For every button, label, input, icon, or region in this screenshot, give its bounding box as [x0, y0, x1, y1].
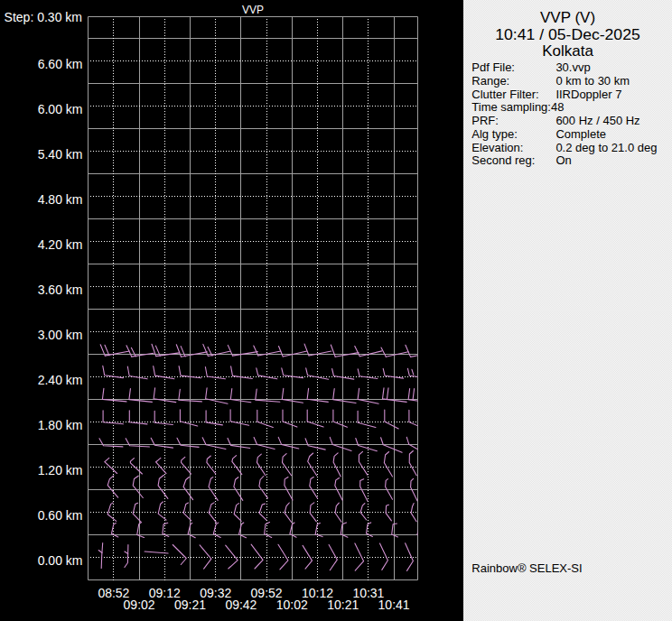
svg-text:30.vvp: 30.vvp [555, 60, 590, 74]
svg-text:Range:: Range: [471, 74, 509, 88]
svg-text:IIRDoppler 7: IIRDoppler 7 [555, 88, 621, 101]
svg-text:Second reg:: Second reg: [471, 153, 535, 167]
svg-text:3.60 km: 3.60 km [38, 283, 83, 297]
svg-text:Complete: Complete [555, 127, 606, 141]
svg-text:Step: 0.30 km: Step: 0.30 km [5, 10, 82, 24]
svg-text:Elevation:: Elevation: [471, 141, 523, 154]
svg-text:0.2 deg to 21.0 deg: 0.2 deg to 21.0 deg [555, 141, 657, 154]
svg-text:10:21: 10:21 [327, 598, 359, 612]
svg-text:Rainbow® SELEX-SI: Rainbow® SELEX-SI [471, 561, 582, 575]
svg-text:VVP (V): VVP (V) [540, 9, 595, 26]
svg-text:4.20 km: 4.20 km [38, 237, 83, 252]
svg-text:6.60 km: 6.60 km [38, 57, 83, 71]
svg-text:1.20 km: 1.20 km [38, 463, 83, 477]
svg-text:Kolkata: Kolkata [542, 42, 593, 60]
svg-text:On: On [555, 153, 571, 167]
svg-text:10:02: 10:02 [276, 598, 308, 612]
svg-text:Pdf File:: Pdf File: [471, 60, 515, 74]
svg-text:4.80 km: 4.80 km [38, 192, 83, 207]
svg-text:09:21: 09:21 [174, 598, 206, 612]
svg-text:5.40 km: 5.40 km [38, 147, 83, 162]
svg-text:Clutter Filter:: Clutter Filter: [471, 88, 538, 101]
svg-text:0.60 km: 0.60 km [38, 508, 83, 523]
svg-text:10:41 / 05-Dec-2025: 10:41 / 05-Dec-2025 [495, 26, 640, 43]
svg-text:09:42: 09:42 [225, 598, 257, 612]
svg-text:0 km to 30 km: 0 km to 30 km [555, 74, 630, 88]
svg-text:2.40 km: 2.40 km [38, 373, 83, 387]
svg-text:PRF:: PRF: [471, 114, 499, 127]
svg-text:0.00 km: 0.00 km [38, 553, 83, 568]
svg-text:1.80 km: 1.80 km [38, 418, 83, 432]
svg-text:10:41: 10:41 [378, 598, 410, 612]
svg-text:VVP: VVP [242, 4, 264, 16]
svg-text:6.00 km: 6.00 km [38, 102, 83, 116]
svg-text:600 Hz / 450 Hz: 600 Hz / 450 Hz [555, 114, 639, 127]
svg-text:3.00 km: 3.00 km [38, 328, 83, 342]
svg-text:09:02: 09:02 [124, 598, 155, 612]
svg-text:Time sampling:48: Time sampling:48 [471, 100, 564, 114]
svg-text:Alg type:: Alg type: [471, 127, 518, 141]
